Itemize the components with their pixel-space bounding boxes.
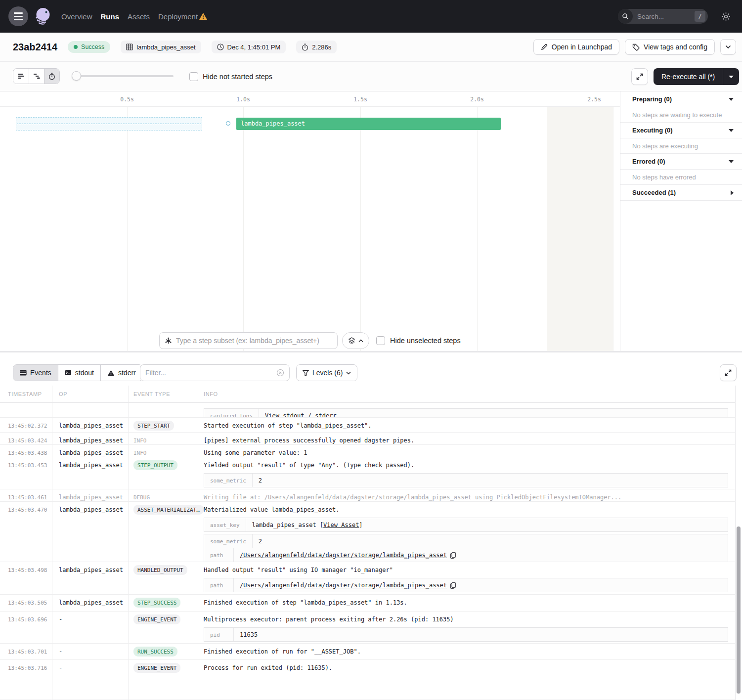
nav-item-runs[interactable]: Runs	[101, 12, 120, 21]
view-mode-timed-button[interactable]	[44, 69, 59, 84]
timestamp-cell: 13:45:03.701	[0, 644, 52, 659]
log-row: 13:45:02.372lambda_pipes_assetSTEP_START…	[0, 418, 735, 433]
events-table-icon	[20, 370, 27, 376]
more-run-actions-button[interactable]	[720, 39, 736, 55]
overrun-region	[547, 107, 613, 351]
step-status-sidebar: Preparing (0) No steps are waiting to ex…	[620, 91, 742, 351]
slider-thumb[interactable]	[72, 71, 81, 81]
column-divider	[735, 386, 736, 700]
event-level-label: INFO	[133, 436, 147, 444]
timestamp-cell: 13:45:03.498	[0, 562, 52, 594]
view-tags-config-button[interactable]: View tags and config	[625, 39, 715, 55]
metadata-table: pid11635	[204, 627, 728, 642]
levels-dropdown[interactable]: Levels (6)	[297, 365, 357, 381]
event-level-label: INFO	[133, 448, 147, 456]
metadata-text: /	[305, 412, 315, 418]
deployment-warning-icon[interactable]	[199, 12, 208, 20]
event-type-cell: STEP_OUTPUT	[129, 457, 198, 489]
metadata-key: captured_logs	[204, 409, 259, 418]
event-type-cell: RUN_SUCCESS	[129, 644, 198, 659]
hide-not-started-checkbox[interactable]	[189, 72, 198, 81]
fullscreen-logs-button[interactable]	[720, 364, 737, 381]
timestamp-cell	[0, 403, 52, 418]
section-header-preparing[interactable]: Preparing (0)	[620, 91, 742, 107]
hide-unselected-checkbox[interactable]	[376, 336, 385, 345]
tab-stderr[interactable]: stderr	[100, 365, 142, 381]
status-badge: Success	[68, 41, 110, 53]
filter-input[interactable]: Filter...	[140, 364, 290, 381]
search-input[interactable]: Search... /	[618, 9, 708, 24]
top-nav: Overview Runs Assets Deployment Search..…	[0, 0, 742, 33]
view-mode-waterfall-button[interactable]	[29, 69, 44, 84]
log-row: 13:45:03.505lambda_pipes_assetSTEP_SUCCE…	[0, 595, 735, 612]
timestamp-cell: 13:45:03.461	[0, 489, 52, 501]
graph-query-toggle-button[interactable]	[342, 332, 369, 349]
info-text: Materialized value lambda_pipes_asset.	[204, 506, 728, 514]
metadata-link[interactable]: View Asset	[323, 522, 359, 528]
info-cell	[198, 676, 735, 700]
info-text: Using some_parameter value: 1	[204, 449, 728, 457]
section-header-succeeded[interactable]: Succeeded (1)	[620, 185, 742, 201]
event-type-badge: STEP_OUTPUT	[133, 460, 177, 470]
event-type-cell: INFO	[129, 445, 198, 457]
fullscreen-gantt-button[interactable]	[631, 68, 648, 85]
copy-path-button[interactable]	[450, 582, 456, 589]
log-row: 13:45:03.696-ENGINE_EVENTMultiprocess ex…	[0, 612, 735, 644]
view-mode-flat-button[interactable]	[13, 69, 29, 84]
vertical-scrollbar-thumb[interactable]	[737, 526, 741, 694]
dagster-logo[interactable]	[32, 5, 53, 27]
nav-item-assets[interactable]: Assets	[128, 12, 150, 21]
axis-tick-label: 0.5s	[120, 96, 134, 103]
section-header-errored[interactable]: Errored (0)	[620, 154, 742, 170]
info-cell: captured_logsView stdout / stderr	[198, 403, 735, 418]
log-row: 13:45:03.470lambda_pipes_assetASSET_MATE…	[0, 502, 735, 562]
metadata-row: some_metric2	[204, 474, 728, 487]
event-type-badge: ENGINE_EVENT	[133, 663, 180, 673]
event-type-badge: HANDLED_OUTPUT	[133, 565, 187, 575]
timestamp-cell: 13:45:03.438	[0, 445, 52, 457]
gantt-zoom-slider[interactable]	[72, 75, 174, 77]
tab-stdout[interactable]: stdout	[58, 365, 100, 381]
section-header-executing[interactable]: Executing (0)	[620, 123, 742, 138]
step-subset-input[interactable]: Type a step subset (ex: lambda_pipes_ass…	[159, 332, 338, 349]
nav-item-deployment[interactable]: Deployment	[158, 12, 198, 21]
metadata-link[interactable]: View stdout	[265, 412, 304, 418]
job-grid-icon	[126, 44, 133, 50]
op-cell: -	[52, 644, 129, 659]
copy-path-button[interactable]	[450, 552, 456, 559]
info-cell: Finished execution of run for "__ASSET_J…	[198, 644, 735, 659]
gridline	[243, 107, 244, 351]
metadata-table: path/Users/alangenfeld/data/dagster/stor…	[204, 578, 728, 592]
copy-icon[interactable]	[450, 552, 456, 559]
clear-filter-icon[interactable]	[276, 369, 284, 377]
metadata-group: pid11635	[204, 627, 728, 642]
info-text: Multiprocess executor: parent process ex…	[204, 616, 728, 623]
metadata-link[interactable]: /Users/alangenfeld/data/dagster/storage/…	[240, 582, 447, 589]
info-text: Writing file at: /Users/alangenfeld/data…	[204, 494, 728, 501]
metadata-table: some_metric2	[204, 473, 728, 487]
open-launchpad-button[interactable]: Open in Launchpad	[533, 39, 619, 55]
metadata-key: some_metric	[204, 534, 253, 548]
timestamp-cell: 13:45:03.505	[0, 595, 52, 611]
metadata-text: 2	[259, 538, 262, 545]
panel-split-handle[interactable]	[0, 351, 742, 352]
step-bar[interactable]: lambda_pipes_asset	[236, 118, 501, 130]
metadata-link[interactable]: stderr	[315, 412, 336, 418]
job-tag[interactable]: lambda_pipes_asset	[121, 41, 201, 53]
waterfall-gantt-icon	[33, 73, 40, 79]
search-icon	[618, 9, 633, 24]
copy-icon[interactable]	[450, 582, 456, 589]
settings-gear-button[interactable]	[721, 12, 731, 21]
metadata-link[interactable]: /Users/alangenfeld/data/dagster/storage/…	[240, 552, 447, 559]
op-cell: lambda_pipes_asset	[52, 418, 129, 432]
log-view-tabs: Events stdout stderr	[13, 364, 143, 381]
tab-events[interactable]: Events	[13, 365, 58, 381]
duration-tag: 2.286s	[296, 41, 337, 53]
menu-button[interactable]	[8, 6, 28, 26]
op-selector-icon	[165, 337, 172, 345]
info-cell: Finished execution of step "lambda_pipes…	[198, 595, 735, 611]
re-execute-caret-button[interactable]	[723, 68, 739, 85]
re-execute-button[interactable]: Re-execute all (*)	[654, 68, 723, 85]
nav-item-overview[interactable]: Overview	[61, 12, 92, 21]
info-cell: Handled output "result" using IO manager…	[198, 562, 735, 594]
